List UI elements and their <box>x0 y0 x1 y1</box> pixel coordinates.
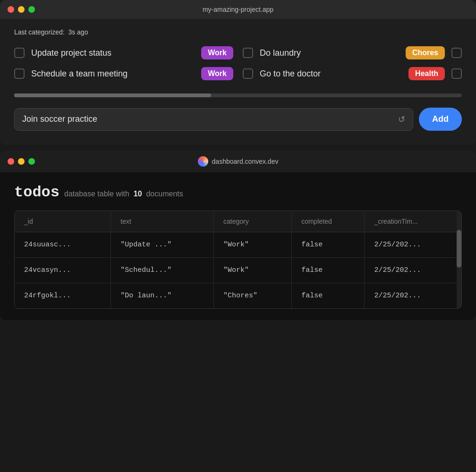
todo-badge-chores: Chores <box>406 46 445 59</box>
bottom-window-controls <box>8 158 35 165</box>
bottom-close-control[interactable] <box>8 158 14 165</box>
todo-badge-work-2: Work <box>201 67 233 80</box>
todo-item-do-laundry: Do laundry Chores <box>243 46 462 59</box>
todo-item-schedule-meeting: Schedule a team meeting Work <box>14 67 233 80</box>
add-button[interactable]: Add <box>419 108 462 131</box>
top-window: my-amazing-project.app Last categorized:… <box>0 0 476 145</box>
cell-completed-2: false <box>292 283 365 309</box>
todo-grid: Update project status Work Do laundry Ch… <box>14 46 462 80</box>
todo-badge-work-1: Work <box>201 46 233 59</box>
cell-time-2: 2/25/202... <box>365 283 461 309</box>
refresh-icon[interactable]: ↺ <box>398 114 405 125</box>
last-categorized-time: 3s ago <box>68 28 88 36</box>
cell-text-1: "Schedul..." <box>111 258 214 283</box>
table-row: 24rfgokl... "Do laun..." "Chores" false … <box>15 283 461 309</box>
cell-completed-0: false <box>292 232 365 258</box>
db-table-info-end: documents <box>146 190 183 198</box>
db-table-info: database table with 10 documents <box>64 190 183 198</box>
scrollbar-thumb[interactable] <box>457 230 461 268</box>
todo-end-checkbox-doctor[interactable] <box>451 68 462 79</box>
todo-text-schedule-meeting: Schedule a team meeting <box>31 69 195 79</box>
cell-category-2: "Chores" <box>214 283 292 309</box>
last-categorized: Last categorized: 3s ago <box>14 28 462 36</box>
maximize-control[interactable] <box>28 6 35 13</box>
col-header-completed: completed <box>292 211 365 232</box>
todo-input-wrapper: ↺ <box>14 108 413 131</box>
cell-id-2: 24rfgokl... <box>15 283 111 309</box>
col-header-id: _id <box>15 211 111 232</box>
bottom-window-title: dashboard.convex.dev <box>212 158 279 165</box>
todo-item-doctor: Go to the doctor Health <box>243 67 462 80</box>
table-body: 24suuasc... "Update ..." "Work" false 2/… <box>15 232 461 309</box>
bottom-title-group: dashboard.convex.dev <box>198 156 279 167</box>
input-row: ↺ Add <box>14 108 462 131</box>
todo-checkbox-doctor[interactable] <box>243 68 253 79</box>
todo-input[interactable] <box>22 114 398 124</box>
col-header-creation-time: _creationTim... <box>365 211 461 232</box>
cell-time-0: 2/25/202... <box>365 232 461 258</box>
db-table: _id text category completed _creationTim… <box>14 211 462 309</box>
bottom-window-content: todos database table with 10 documents _… <box>0 172 476 320</box>
cell-category-1: "Work" <box>214 258 292 283</box>
db-doc-count: 10 <box>134 190 142 198</box>
todo-checkbox-schedule-meeting[interactable] <box>14 68 25 79</box>
db-header: todos database table with 10 documents <box>14 184 462 201</box>
cell-id-0: 24suuasc... <box>15 232 111 258</box>
db-table-name: todos <box>14 184 60 201</box>
cell-completed-1: false <box>292 258 365 283</box>
window-controls <box>8 6 35 13</box>
minimize-control[interactable] <box>18 6 25 13</box>
progress-bar <box>14 93 462 97</box>
top-window-title: my-amazing-project.app <box>203 6 273 13</box>
cell-text-2: "Do laun..." <box>111 283 214 309</box>
bottom-window: dashboard.convex.dev todos database tabl… <box>0 151 476 320</box>
cell-id-1: 24vcasyn... <box>15 258 111 283</box>
todo-text-doctor: Go to the doctor <box>260 69 402 79</box>
scrollbar-track <box>457 211 461 308</box>
top-titlebar: my-amazing-project.app <box>0 0 476 19</box>
bottom-maximize-control[interactable] <box>28 158 35 165</box>
col-header-text: text <box>111 211 214 232</box>
todo-end-checkbox-laundry[interactable] <box>451 48 462 58</box>
todo-text-do-laundry: Do laundry <box>260 48 399 58</box>
table-row: 24vcasyn... "Schedul..." "Work" false 2/… <box>15 258 461 283</box>
todo-text-update-project: Update project status <box>31 48 195 58</box>
close-control[interactable] <box>8 6 14 13</box>
todo-badge-health: Health <box>408 67 445 80</box>
bottom-titlebar: dashboard.convex.dev <box>0 151 476 172</box>
db-data-table: _id text category completed _creationTim… <box>15 211 461 308</box>
bottom-minimize-control[interactable] <box>18 158 25 165</box>
table-row: 24suuasc... "Update ..." "Work" false 2/… <box>15 232 461 258</box>
cell-category-0: "Work" <box>214 232 292 258</box>
top-window-content: Last categorized: 3s ago Update project … <box>0 19 476 145</box>
db-table-info-text: database table with <box>64 190 129 198</box>
progress-bar-fill <box>14 93 211 97</box>
todo-checkbox-update-project[interactable] <box>14 48 25 58</box>
cell-time-1: 2/25/202... <box>365 258 461 283</box>
cell-text-0: "Update ..." <box>111 232 214 258</box>
todo-checkbox-do-laundry[interactable] <box>243 48 253 58</box>
todo-item-update-project: Update project status Work <box>14 46 233 59</box>
col-header-category: category <box>214 211 292 232</box>
table-header-row: _id text category completed _creationTim… <box>15 211 461 232</box>
convex-logo-icon <box>198 156 208 167</box>
last-categorized-label: Last categorized: <box>14 28 65 36</box>
